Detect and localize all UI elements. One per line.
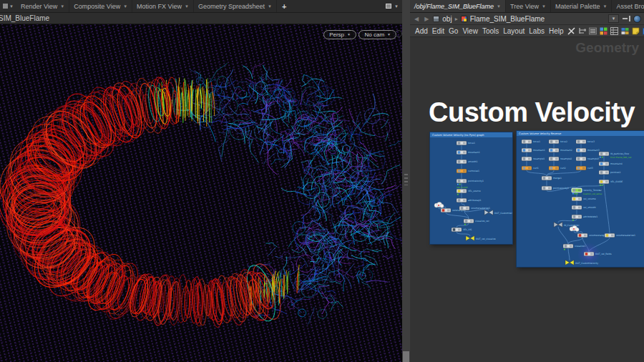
menu-edit[interactable]: Edit [430,27,447,35]
chevron-down-icon: ▼ [60,4,64,9]
tools-icon[interactable] [567,26,576,36]
network-pane: /obj/Flame_SIM_BlueFlame▼Tree View▼Mater… [410,0,644,362]
svg-text:torus2: torus2 [560,140,567,143]
svg-text:curlnoise1: curlnoise1 [468,170,479,172]
viewer-path-text: SIM_BlueFlame [0,14,49,22]
svg-text:pointvel2: pointvel2 [610,171,620,174]
network-editor[interactable]: Geometry Custom Velocity Custom Volume V… [410,37,644,362]
viewport-radial-icon[interactable] [395,30,402,37]
chevron-down-icon: ▼ [387,31,391,39]
chevron-down-icon: ▼ [394,4,399,9]
splitter-grip[interactable] [404,174,408,185]
breadcrumb: ◀ ▶ obj ▸ Flame_SIM_BlueFlame ▼ [410,13,644,25]
svg-text:curl2: curl2 [560,167,566,170]
svg-text:volumerasterize1: volumerasterize1 [616,234,635,237]
custom-velocity-graph-2-canvas[interactable]: Custom Volume Velocity Reversetorus1moun… [517,131,644,267]
camera-select-button[interactable]: No cam ▼ [358,30,396,39]
svg-text:curl1: curl1 [533,167,539,170]
pane-grid-icon[interactable]: ▼ [0,0,16,12]
svg-text:Custom Volume Velocity (no Pyr: Custom Volume Velocity (no Pyro) graph [432,134,484,137]
svg-text:IN_CustomVel: IN_CustomVel [564,224,579,227]
tab-geometry-spreadsheet[interactable]: Geometry Spreadsheet▼ [194,0,277,12]
palette-grid-icon[interactable] [620,26,630,36]
chevron-down-icon: ▼ [497,4,501,9]
viewer-pane: ▼Render View▼Composite View▼Motion FX Vi… [0,0,402,362]
pin-path-icon[interactable] [622,15,630,22]
menu-layout[interactable]: Layout [501,27,527,35]
scene-viewport[interactable]: Persp ▼ No cam ▼ [0,24,402,362]
path-dropdown-button[interactable]: ▼ [608,14,619,23]
svg-text:pointvelocity1: pointvelocity1 [553,187,569,190]
chevron-down-icon: ▼ [123,4,127,9]
color-grid-icon[interactable] [599,26,608,36]
svg-text:merge1: merge1 [553,177,562,180]
svg-text:pointvelocity1: pointvelocity1 [468,180,484,182]
svg-text:torus3: torus3 [587,140,595,143]
tree-list-icon[interactable] [577,26,587,36]
svg-text:visualize_vel: visualize_vel [475,220,489,222]
svg-text:OUT_vel_visualize: OUT_vel_visualize [476,238,496,240]
menu-help[interactable]: Help [547,27,566,35]
chevron-down-icon: ▼ [603,4,608,9]
custom-velocity-graph-1[interactable]: Custom Volume Velocity (no Pyro) graphto… [430,132,512,244]
svg-text:curl3: curl3 [587,167,593,170]
svg-text:OUT_CustomVelVol: OUT_CustomVelVol [494,212,512,215]
edit-note-icon[interactable] [642,26,644,36]
breadcrumb-current[interactable]: Flame_SIM_BlueFlame [470,15,545,23]
chevron-down-icon: ▼ [347,31,351,39]
menu-add[interactable]: Add [413,27,430,35]
svg-text:resample1: resample1 [533,157,545,160]
new-tab-button[interactable]: + [277,0,291,12]
breadcrumb-separator-icon: ▸ [455,16,458,22]
menu-tools[interactable]: Tools [480,27,501,35]
splitter-scroll-handle[interactable] [403,351,409,362]
pane-splitter[interactable] [402,0,410,362]
tab-render-view[interactable]: Render View▼ [16,0,69,12]
svg-text:smooth1: smooth1 [468,160,478,163]
network-menubar: AddEditGoViewToolsLayoutLabsHelp [410,25,644,37]
breadcrumb-root[interactable]: obj [442,15,452,23]
houdini-window: ▼Render View▼Composite View▼Motion FX Vi… [0,0,644,362]
back-button[interactable]: ◀ [413,16,420,22]
chevron-down-icon: ▼ [542,4,546,9]
tab-tree-view[interactable]: Tree View▼ [506,0,551,12]
tab-asset-browser[interactable]: Asset Browser▼ [612,0,644,12]
svg-text:mountain4: mountain4 [610,162,623,165]
sticky-note-icon[interactable] [631,26,640,36]
menu-view[interactable]: View [460,27,480,35]
svg-text:VEL_GUIDE: VEL_GUIDE [610,180,623,183]
tab-material-palette[interactable]: Material Palette▼ [551,0,612,12]
svg-text:torus1: torus1 [533,140,540,143]
viewer-path-bar[interactable]: SIM_BlueFlame [0,13,402,24]
camera-persp-button[interactable]: Persp ▼ [323,30,356,39]
row-grid-icon[interactable] [610,26,619,36]
chevron-down-icon: ▼ [185,4,189,9]
left-pane-tabbar: ▼Render View▼Composite View▼Motion FX Vi… [0,0,402,13]
svg-text:torus1: torus1 [468,142,475,145]
tab-motion-fx-view[interactable]: Motion FX View▼ [132,0,194,12]
svg-text:OUT_vel_fields: OUT_vel_fields [595,253,612,255]
network-type-watermark: Geometry [575,40,639,56]
svg-text:mountain2: mountain2 [560,149,572,152]
radial-menu-icon[interactable] [633,15,641,23]
pane-layout-icon[interactable] [386,4,391,9]
forward-button[interactable]: ▶ [423,16,430,22]
svg-text:VEL GUIDE: VEL GUIDE [457,186,468,189]
svg-text:Custom Volume Velocity Reverse: Custom Volume Velocity Reverse [519,132,562,135]
pane-controls[interactable]: ▼ [382,0,402,12]
menu-labs[interactable]: Labs [527,27,547,35]
svg-text:mountain1: mountain1 [468,151,480,154]
tab-obj-flame-sim-blueflame[interactable]: /obj/Flame_SIM_BlueFlame▼ [410,0,506,12]
custom-velocity-graph-1-canvas[interactable]: Custom Volume Velocity (no Pyro) graphto… [430,132,512,244]
svg-text:vel_smooth: vel_smooth [583,206,596,209]
tab-composite-view[interactable]: Composite View▼ [69,0,132,12]
svg-text:attribswap1: attribswap1 [468,199,481,202]
svg-text:from Flame_SIM_net: from Flame_SIM_net [610,156,632,159]
viewport-canvas[interactable] [0,24,402,362]
list-icon[interactable] [588,26,597,36]
svg-text:resample2: resample2 [560,157,572,160]
menu-go[interactable]: Go [447,27,460,35]
svg-text:VEL_source: VEL_source [468,190,481,192]
svg-text:attribdelete1: attribdelete1 [583,215,597,218]
custom-velocity-graph-2[interactable]: Custom Volume Velocity Reversetorus1moun… [517,131,644,267]
